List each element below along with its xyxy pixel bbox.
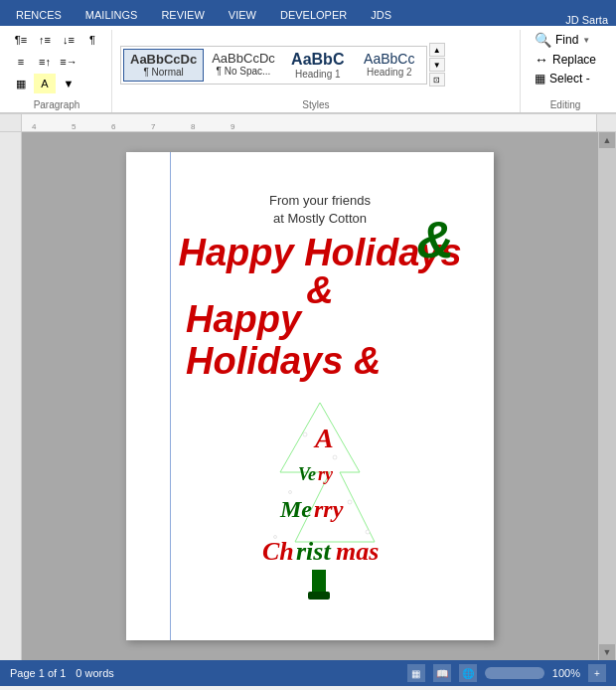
para-row-1: ¶≡ ↑≡ ↓≡ ¶ bbox=[10, 30, 103, 50]
ruler-tick-7: 7 bbox=[151, 122, 155, 131]
paragraph-group: ¶≡ ↑≡ ↓≡ ¶ ≡ ≡↑ ≡→ ▦ A ▼ Paragraph bbox=[6, 30, 112, 112]
ampersand-decor: & bbox=[416, 214, 454, 265]
styles-scroll: ▲ ▼ ⊡ bbox=[429, 43, 445, 86]
sparkle-6 bbox=[366, 530, 370, 534]
para-row-2: ≡ ≡↑ ≡→ bbox=[10, 52, 103, 72]
sparkle-1 bbox=[303, 432, 307, 436]
zoom-level: 100% bbox=[552, 667, 580, 679]
ruler-tick-9: 9 bbox=[231, 122, 234, 131]
tree-text-very: Ve bbox=[298, 464, 316, 484]
tab-developer[interactable]: DEVELOPER bbox=[268, 4, 359, 26]
tree-text-ry: ry bbox=[318, 464, 334, 484]
status-bar: Page 1 of 1 0 words ▦ 📖 🌐 100% + bbox=[0, 660, 616, 686]
zoom-out-btn[interactable]: + bbox=[588, 664, 606, 682]
tree-text-christmas: Ch bbox=[262, 537, 294, 566]
main-area: From your friends at Mostly Cotton Happy… bbox=[0, 132, 616, 660]
para-btn-1[interactable]: ¶≡ bbox=[10, 30, 32, 50]
sparkle-4 bbox=[348, 500, 352, 504]
user-name: JD Sarta bbox=[565, 14, 616, 26]
view-read-btn[interactable]: 📖 bbox=[433, 664, 451, 682]
more-btn[interactable]: ▼ bbox=[58, 74, 79, 93]
document-page[interactable]: From your friends at Mostly Cotton Happy… bbox=[126, 152, 494, 640]
paragraph-label: Paragraph bbox=[10, 99, 103, 112]
tree-body: A Ve ry Me rry Ch rist mas bbox=[262, 403, 379, 600]
editing-group: 🔍 Find ▼ ↔ Replace ▦ Select - Editing bbox=[525, 30, 610, 112]
document-area[interactable]: From your friends at Mostly Cotton Happy… bbox=[22, 132, 598, 660]
tab-view[interactable]: VIEW bbox=[217, 4, 268, 26]
styles-scroll-down[interactable]: ▼ bbox=[429, 58, 445, 72]
tree-text-rist: rist bbox=[296, 537, 331, 566]
align-left-btn[interactable]: ≡ bbox=[10, 52, 32, 72]
list-btn[interactable]: ≡↑ bbox=[34, 52, 56, 72]
select-icon: ▦ bbox=[535, 72, 545, 86]
tab-mailings[interactable]: MAILINGS bbox=[74, 4, 150, 26]
find-btn[interactable]: 🔍 Find ▼ bbox=[529, 30, 602, 50]
tab-review[interactable]: REVIEW bbox=[149, 4, 216, 26]
ruler-end bbox=[596, 114, 616, 131]
replace-label: Replace bbox=[552, 53, 596, 67]
page-info: Page 1 of 1 bbox=[10, 667, 66, 679]
sparkle-3 bbox=[289, 490, 292, 493]
sparkle-5 bbox=[274, 535, 277, 538]
tab-jds[interactable]: JDS bbox=[359, 4, 403, 26]
style-heading2[interactable]: AaBbCc Heading 2 bbox=[355, 49, 424, 82]
scrollbar-right[interactable]: ▲ ▼ bbox=[598, 132, 616, 660]
border-btn[interactable]: ▦ bbox=[10, 74, 32, 93]
find-label: Find bbox=[555, 33, 578, 47]
words-count: 0 words bbox=[76, 667, 114, 679]
para-btn-2[interactable]: ↑≡ bbox=[34, 30, 56, 50]
styles-row: AaBbCcDc ¶ Normal AaBbCcDc ¶ No Spac... … bbox=[120, 30, 512, 99]
styles-label: Styles bbox=[120, 99, 512, 112]
ruler-tick-6: 6 bbox=[111, 122, 115, 131]
style-nospace[interactable]: AaBbCcDc ¶ No Spac... bbox=[206, 49, 281, 82]
style-normal[interactable]: AaBbCcDc ¶ Normal bbox=[123, 49, 204, 82]
ribbon: RENCES MAILINGS REVIEW VIEW DEVELOPER JD… bbox=[0, 0, 616, 114]
ruler-tick-5: 5 bbox=[72, 122, 76, 131]
show-formatting-btn[interactable]: ¶ bbox=[81, 30, 103, 50]
shading-btn[interactable]: A bbox=[34, 74, 56, 93]
ruler-tick-8: 8 bbox=[191, 122, 195, 131]
para-btn-3[interactable]: ↓≡ bbox=[58, 30, 79, 50]
styles-more[interactable]: ⊡ bbox=[429, 73, 445, 86]
tree-text-rry: rry bbox=[314, 496, 344, 522]
holiday-text-2: Happy Holidays & bbox=[186, 299, 464, 383]
tree-letter-A: A bbox=[313, 423, 334, 453]
page-margin-line bbox=[170, 152, 171, 640]
scroll-down-btn[interactable]: ▼ bbox=[599, 644, 615, 660]
select-btn[interactable]: ▦ Select - bbox=[529, 70, 602, 87]
indent-btn[interactable]: ≡→ bbox=[58, 52, 79, 72]
paragraph-controls: ¶≡ ↑≡ ↓≡ ¶ ≡ ≡↑ ≡→ ▦ A ▼ bbox=[10, 30, 103, 99]
view-print-btn[interactable]: ▦ bbox=[407, 664, 425, 682]
ruler-side bbox=[0, 114, 22, 131]
intro-line1: From your friends bbox=[176, 192, 464, 210]
editing-controls: 🔍 Find ▼ ↔ Replace ▦ Select - bbox=[529, 30, 602, 87]
tree-base bbox=[308, 592, 330, 600]
para-row-3: ▦ A ▼ bbox=[10, 74, 103, 93]
tree-svg: A Ve ry Me rry Ch rist mas bbox=[221, 393, 419, 621]
ruler-tick: 4 bbox=[32, 122, 36, 131]
sparkle-2 bbox=[333, 455, 337, 459]
view-web-btn[interactable]: 🌐 bbox=[459, 664, 477, 682]
tree-text-mas: mas bbox=[336, 537, 379, 566]
status-right: ▦ 📖 🌐 100% + bbox=[407, 664, 606, 682]
ribbon-content: ¶≡ ↑≡ ↓≡ ¶ ≡ ≡↑ ≡→ ▦ A ▼ Paragraph bbox=[0, 26, 616, 113]
styles-scroll-up[interactable]: ▲ bbox=[429, 43, 445, 57]
find-icon: 🔍 bbox=[535, 32, 551, 48]
styles-list: AaBbCcDc ¶ Normal AaBbCcDc ¶ No Spac... … bbox=[120, 46, 427, 85]
find-chevron: ▼ bbox=[582, 36, 590, 45]
tab-bar: RENCES MAILINGS REVIEW VIEW DEVELOPER JD… bbox=[0, 0, 616, 26]
scrollbar-left bbox=[0, 132, 22, 660]
replace-btn[interactable]: ↔ Replace bbox=[529, 50, 602, 70]
christmas-tree: A Ve ry Me rry Ch rist mas bbox=[176, 393, 464, 621]
holiday-section: Happy Holidays & & bbox=[176, 234, 464, 309]
style-heading1[interactable]: AaBbC Heading 1 bbox=[283, 49, 353, 82]
zoom-slider[interactable] bbox=[485, 667, 544, 679]
replace-icon: ↔ bbox=[535, 52, 548, 68]
select-label: Select - bbox=[549, 72, 590, 86]
ruler-main: 4 5 6 7 8 9 bbox=[22, 114, 616, 131]
scroll-up-btn[interactable]: ▲ bbox=[599, 132, 615, 148]
ruler: 4 5 6 7 8 9 bbox=[0, 114, 616, 132]
tree-text-merry: Me bbox=[279, 496, 312, 522]
tab-references[interactable]: RENCES bbox=[4, 4, 74, 26]
editing-label: Editing bbox=[529, 99, 602, 112]
